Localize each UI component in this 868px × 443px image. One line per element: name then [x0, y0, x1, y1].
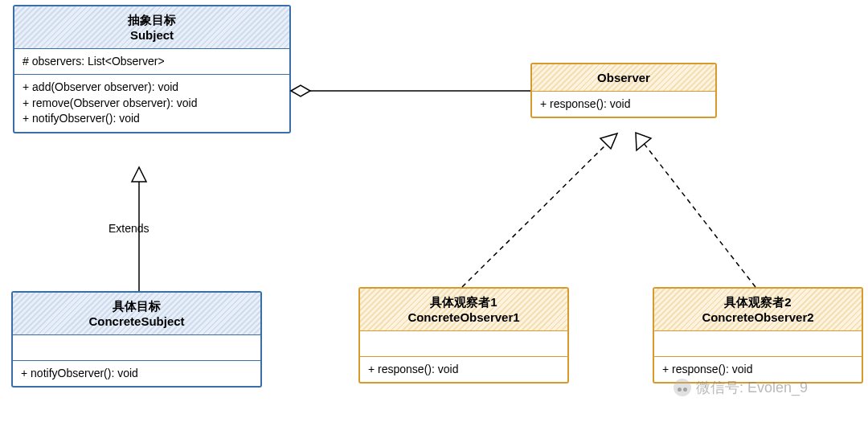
class-concrete-observer1-header: 具体观察者1 ConcreteObserver1: [360, 289, 567, 331]
label-extends: Extends: [108, 222, 149, 235]
class-subject-attributes: # observers: List<Observer>: [14, 49, 289, 76]
class-concrete-observer1: 具体观察者1 ConcreteObserver1 + response(): v…: [358, 287, 569, 384]
concrete-observer1-title-en: ConcreteObserver1: [368, 310, 559, 326]
edge-aggregation-subject-observer: [291, 85, 530, 96]
subject-attr-observers: # observers: List<Observer>: [23, 54, 281, 70]
class-subject-header: 抽象目标 Subject: [14, 6, 289, 49]
svg-line-2: [462, 142, 608, 287]
triangle-up-icon: [132, 167, 146, 182]
observer-title-en: Observer: [540, 71, 707, 86]
class-concrete-observer1-attributes: [360, 331, 567, 357]
concrete-observer2-method-response: + response(): void: [662, 362, 854, 378]
class-observer: Observer + response(): void: [530, 63, 717, 118]
subject-method-add: + add(Observer observer): void: [23, 80, 281, 96]
subject-method-notify: + notifyObserver(): void: [23, 111, 281, 127]
watermark: 微信号: Evolen_9: [674, 378, 808, 397]
triangle-arrow-icon: [636, 133, 651, 150]
concrete-observer2-title-en: ConcreteObserver2: [662, 310, 854, 326]
triangle-arrow-icon: [600, 133, 617, 149]
class-concrete-observer1-methods: + response(): void: [360, 357, 567, 383]
class-concrete-subject: 具体目标 ConcreteSubject + notifyObserver():…: [11, 291, 262, 388]
observer-method-response: + response(): void: [540, 96, 707, 113]
edge-realization-concrete-observer2: [636, 133, 755, 287]
subject-method-remove: + remove(Observer observer): void: [23, 96, 281, 112]
class-concrete-subject-attributes: [13, 335, 260, 361]
concrete-subject-method-notify: + notifyObserver(): void: [21, 366, 252, 382]
concrete-subject-title-en: ConcreteSubject: [21, 314, 252, 330]
concrete-observer1-method-response: + response(): void: [368, 362, 559, 378]
class-concrete-subject-header: 具体目标 ConcreteSubject: [13, 293, 260, 335]
watermark-text: 微信号: Evolen_9: [696, 378, 808, 397]
class-subject: 抽象目标 Subject # observers: List<Observer>…: [13, 5, 291, 133]
class-subject-title-en: Subject: [23, 28, 281, 43]
class-subject-title-zh: 抽象目标: [23, 13, 281, 28]
class-concrete-observer2-header: 具体观察者2 ConcreteObserver2: [654, 289, 862, 331]
class-observer-methods: + response(): void: [532, 92, 715, 117]
svg-line-3: [643, 142, 755, 287]
class-concrete-subject-methods: + notifyObserver(): void: [13, 361, 260, 387]
concrete-observer2-title-zh: 具体观察者2: [662, 295, 854, 310]
concrete-subject-title-zh: 具体目标: [21, 299, 252, 314]
edge-realization-concrete-observer1: [462, 133, 617, 287]
concrete-observer1-title-zh: 具体观察者1: [368, 295, 559, 310]
diamond-icon: [291, 85, 310, 96]
wechat-icon: [674, 379, 691, 396]
class-subject-methods: + add(Observer observer): void + remove(…: [14, 75, 289, 132]
class-concrete-observer2-attributes: [654, 331, 862, 357]
class-concrete-observer2: 具体观察者2 ConcreteObserver2 + response(): v…: [653, 287, 863, 384]
class-observer-header: Observer: [532, 64, 715, 92]
